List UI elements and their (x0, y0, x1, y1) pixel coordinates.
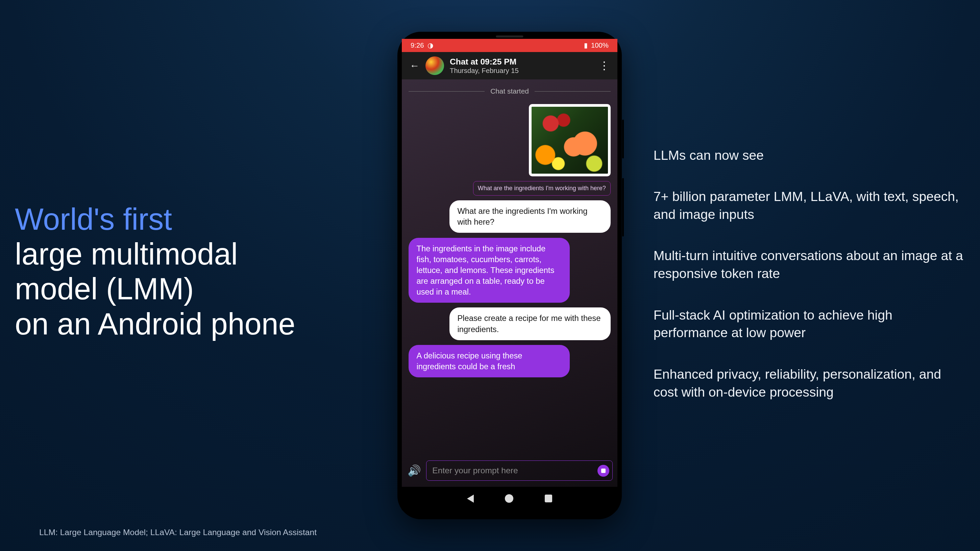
more-menu-icon[interactable]: ⋮ (599, 62, 609, 69)
message-row: Please create a recipe for me with these… (409, 307, 610, 340)
app-bar-text: Chat at 09:25 PM Thursday, February 15 (450, 57, 593, 75)
chat-started-label: Chat started (490, 87, 529, 95)
android-nav-bar (402, 487, 617, 510)
status-bar: 9:26 ◑ ▮ 100% (402, 39, 617, 52)
headline-line-3: on an Android phone (15, 307, 295, 341)
user-message: What are the ingredients I'm working wit… (449, 200, 611, 233)
divider-line (409, 91, 484, 92)
back-icon[interactable]: ← (410, 61, 419, 71)
message-row (409, 104, 610, 176)
user-message: Please create a recipe for me with these… (449, 307, 611, 340)
bullet-list: LLMs can now see 7+ billion parameter LM… (647, 147, 980, 401)
status-app-icon: ◑ (428, 41, 433, 49)
bullet-item: Full-stack AI optimization to achieve hi… (654, 306, 963, 342)
speaker-icon[interactable]: 🔊 (407, 464, 421, 477)
status-battery: 100% (591, 41, 609, 49)
bullet-item: Enhanced privacy, reliability, personali… (654, 365, 963, 401)
bot-message: The ingredients in the image include fis… (409, 238, 570, 303)
bot-message: A delicious recipe using these ingredien… (409, 345, 570, 377)
phone-side-button (622, 178, 624, 237)
battery-icon: ▮ (584, 41, 588, 49)
nav-back-icon[interactable] (467, 495, 474, 503)
slide: World's first large multimodal model (LM… (0, 0, 980, 551)
headline-block: World's first large multimodal model (LM… (0, 202, 372, 342)
prompt-placeholder: Enter your prompt here (432, 466, 518, 475)
message-row: The ingredients in the image include fis… (409, 238, 610, 303)
stop-button[interactable] (597, 465, 609, 477)
status-right: ▮ 100% (584, 41, 609, 49)
headline-line-1: large multimodal (15, 237, 237, 271)
nav-recents-icon[interactable] (545, 495, 552, 502)
headline-accent: World's first (15, 202, 172, 236)
image-message[interactable] (529, 104, 611, 176)
chat-started-divider: Chat started (409, 87, 610, 95)
status-left: 9:26 ◑ (410, 41, 433, 49)
divider-line (535, 91, 610, 92)
bullet-item: 7+ billion parameter LMM, LLaVA, with te… (654, 188, 963, 224)
app-bar-title: Chat at 09:25 PM (450, 57, 593, 67)
message-row: A delicious recipe using these ingredien… (409, 345, 610, 377)
app-bar-subtitle: Thursday, February 15 (450, 67, 593, 75)
chat-body[interactable]: Chat started What are the ingredients I'… (402, 79, 617, 456)
headline-line-2: model (LMM) (15, 272, 194, 306)
food-image (531, 107, 608, 173)
headline: World's first large multimodal model (LM… (15, 202, 369, 342)
footnote: LLM: Large Language Model; LLaVA: Large … (39, 528, 317, 537)
bullet-item: LLMs can now see (654, 147, 963, 165)
status-time: 9:26 (410, 41, 424, 49)
phone-screen: 9:26 ◑ ▮ 100% ← Chat at 09:25 PM Thursda… (402, 39, 617, 510)
app-bar: ← Chat at 09:25 PM Thursday, February 15… (402, 52, 617, 79)
message-row: What are the ingredients I'm working wit… (409, 181, 610, 195)
prompt-input[interactable]: Enter your prompt here (426, 460, 612, 481)
phone-side-button (622, 119, 624, 159)
phone-frame: 9:26 ◑ ▮ 100% ← Chat at 09:25 PM Thursda… (398, 32, 622, 519)
bullet-item: Multi-turn intuitive conversations about… (654, 247, 963, 283)
image-caption-bubble: What are the ingredients I'm working wit… (473, 181, 611, 195)
phone-speaker (496, 35, 523, 38)
message-row: What are the ingredients I'm working wit… (409, 200, 610, 233)
phone-column: 9:26 ◑ ▮ 100% ← Chat at 09:25 PM Thursda… (372, 32, 647, 519)
input-bar: 🔊 Enter your prompt here (402, 456, 617, 487)
avatar[interactable] (425, 56, 444, 75)
nav-home-icon[interactable] (505, 494, 513, 503)
